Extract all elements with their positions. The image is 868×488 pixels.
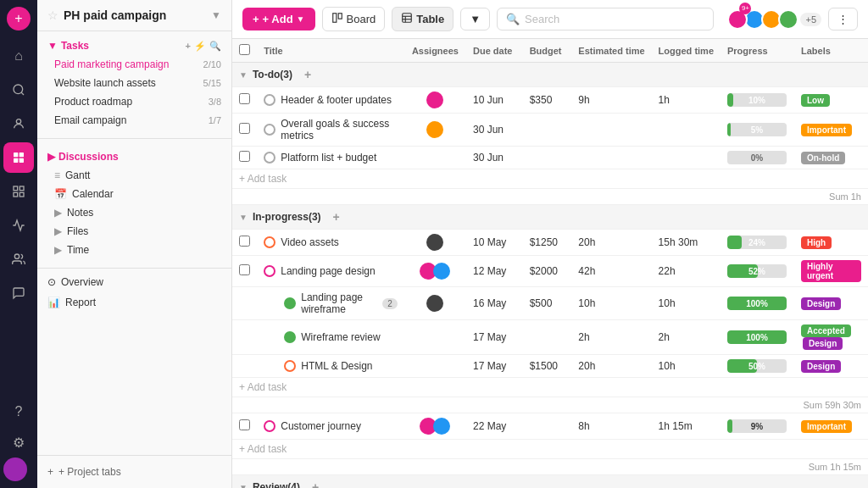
- label-badge: Design: [803, 337, 843, 350]
- task-checkbox[interactable]: [239, 93, 250, 104]
- status-dot[interactable]: [264, 420, 275, 432]
- add-task-icon[interactable]: +: [186, 41, 191, 52]
- nav-projects[interactable]: [3, 142, 34, 173]
- sidebar-item-time[interactable]: ▶ Time: [37, 241, 231, 259]
- col-progress: Progress: [721, 39, 794, 63]
- sum-inprogress: Sum 59h 30m: [232, 397, 868, 413]
- tasks-section: ▼ Tasks + ⚡ 🔍 Paid marketing campaign 2/…: [37, 31, 231, 135]
- user-avatar[interactable]: [3, 458, 27, 481]
- task-name[interactable]: Landing page design: [281, 265, 375, 277]
- sidebar-item-roadmap[interactable]: Product roadmap 3/8: [37, 92, 231, 111]
- section-chevron[interactable]: ▼: [239, 213, 248, 222]
- progress-label: 52%: [727, 264, 787, 278]
- search-box[interactable]: 🔍 Search: [497, 8, 714, 30]
- sidebar-item-calendar[interactable]: 📅 Calendar: [37, 185, 231, 203]
- section-chevron[interactable]: ▼: [239, 483, 248, 489]
- nav-settings[interactable]: ⚙: [3, 427, 34, 458]
- sidebar-item-paid-campaign[interactable]: Paid marketing campaign 2/10: [37, 55, 231, 74]
- progress-bar: 100%: [727, 330, 787, 344]
- section-add-button[interactable]: +: [312, 480, 319, 488]
- table-row: Header & footer updates 10 Jun $350 9h 1…: [232, 87, 868, 114]
- table-row: Platform list + budget 30 Jun 0% On: [232, 147, 868, 169]
- select-all-checkbox[interactable]: [239, 44, 250, 55]
- sidebar-item-files[interactable]: ▶ Files: [37, 222, 231, 241]
- task-name[interactable]: Platform list + budget: [281, 152, 376, 164]
- team-avatar-4[interactable]: [778, 9, 798, 30]
- sidebar-item-website[interactable]: Website launch assets 5/15: [37, 74, 231, 92]
- global-add-button[interactable]: +: [7, 7, 31, 30]
- sidebar-item-notes[interactable]: ▶ Notes: [37, 203, 231, 222]
- task-checkbox[interactable]: [239, 419, 250, 430]
- add-project-tab-button[interactable]: + + Project tabs: [47, 463, 221, 481]
- discussions-section-header[interactable]: ▶ Discussions: [37, 147, 231, 166]
- task-checkbox[interactable]: [239, 236, 250, 247]
- task-name[interactable]: HTML & Design: [301, 360, 372, 372]
- table-view-button[interactable]: Table: [392, 7, 453, 31]
- sidebar-item-overview[interactable]: ⊙ Overview: [37, 272, 231, 292]
- task-checkbox[interactable]: [239, 264, 250, 275]
- status-dot[interactable]: [264, 152, 275, 164]
- filter-icon[interactable]: ⚡: [194, 41, 206, 52]
- status-dot[interactable]: [284, 360, 296, 372]
- task-checkbox[interactable]: [239, 151, 250, 162]
- labels-cell: Low: [794, 87, 868, 114]
- task-checkbox[interactable]: [239, 123, 250, 134]
- section-chevron[interactable]: ▼: [239, 70, 248, 80]
- status-dot[interactable]: [264, 94, 275, 106]
- col-checkbox: [232, 39, 257, 63]
- chevron-icon: ▶: [47, 151, 55, 163]
- extra-avatars-badge[interactable]: +5: [800, 13, 821, 26]
- table-row: Video assets 10 May $1250 20h 15h 30m 24…: [232, 230, 868, 256]
- nav-chat[interactable]: [3, 278, 34, 308]
- board-view-button[interactable]: Board: [322, 7, 386, 31]
- add-task-todo[interactable]: + Add task: [232, 169, 868, 189]
- sidebar-item-report[interactable]: 📊 Report: [37, 292, 231, 313]
- nav-me[interactable]: [3, 108, 34, 139]
- add-chevron-icon[interactable]: ▼: [297, 14, 305, 24]
- svg-point-11: [14, 254, 19, 258]
- subtask-count: 2: [382, 298, 398, 309]
- status-dot[interactable]: [284, 297, 296, 309]
- more-views-button[interactable]: ▼: [460, 8, 490, 30]
- svg-rect-12: [332, 14, 336, 23]
- nav-home[interactable]: ⌂: [3, 41, 34, 71]
- nav-people[interactable]: [3, 244, 34, 274]
- add-tab-label: + Project tabs: [58, 466, 121, 478]
- section-add-button[interactable]: +: [333, 210, 340, 224]
- svg-point-0: [14, 85, 23, 94]
- progress-bar: 100%: [727, 297, 787, 310]
- section-add-button[interactable]: +: [304, 68, 311, 81]
- sidebar: ☆ PH paid campaign ▼ ▼ Tasks + ⚡ 🔍 Paid …: [37, 0, 232, 488]
- add-task-inprogress[interactable]: + Add task: [232, 378, 868, 397]
- budget-cell: $350: [523, 87, 572, 114]
- task-name[interactable]: Wireframe review: [301, 331, 380, 343]
- board-label: Board: [347, 13, 376, 25]
- task-name[interactable]: Overall goals & success metrics: [281, 118, 398, 141]
- status-dot[interactable]: [264, 124, 275, 136]
- task-name[interactable]: Customer journey: [281, 420, 361, 432]
- chevron-down-icon[interactable]: ▼: [211, 9, 221, 21]
- star-icon[interactable]: ☆: [47, 8, 58, 22]
- add-button[interactable]: + + Add ▼: [242, 8, 315, 30]
- progress-bar: 5%: [727, 123, 787, 136]
- col-title: Title: [257, 39, 404, 63]
- search-icon[interactable]: 🔍: [209, 41, 221, 52]
- tasks-section-header[interactable]: ▼ Tasks + ⚡ 🔍: [37, 36, 231, 55]
- status-dot[interactable]: [264, 265, 275, 277]
- col-due-date: Due date: [466, 39, 523, 63]
- task-name[interactable]: Landing page wireframe: [301, 291, 374, 315]
- add-task-customer[interactable]: + Add task: [232, 440, 868, 459]
- task-name[interactable]: Video assets: [281, 236, 339, 248]
- status-dot[interactable]: [284, 331, 296, 343]
- nav-help[interactable]: ?: [3, 396, 34, 427]
- sidebar-item-email[interactable]: Email campaign 1/7: [37, 111, 231, 130]
- progress-bar: 50%: [727, 359, 787, 373]
- nav-everything[interactable]: [3, 176, 34, 207]
- nav-reports[interactable]: [3, 210, 34, 241]
- task-name[interactable]: Header & footer updates: [281, 94, 392, 106]
- nav-search[interactable]: [3, 75, 34, 105]
- more-options-button[interactable]: ⋮: [828, 8, 858, 30]
- status-dot[interactable]: [264, 236, 275, 248]
- sidebar-item-gantt[interactable]: ≡ Gantt: [37, 166, 231, 185]
- left-navigation: + ⌂ ? ⚙: [0, 0, 37, 488]
